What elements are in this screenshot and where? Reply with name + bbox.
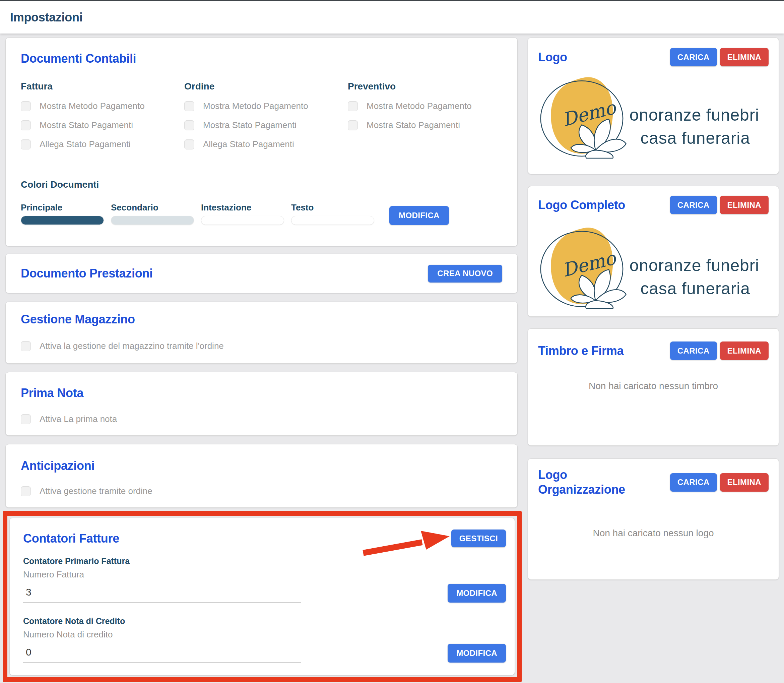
prima-nota-card: Prima Nota Attiva La prima nota [5, 372, 518, 436]
carica-logo-button[interactable]: CARICA [670, 48, 717, 66]
timbro-firma-title: Timbro e Firma [538, 343, 624, 358]
logo-card: Logo CARICA ELIMINA Demo onoranze funebr… [528, 37, 779, 174]
checkbox-label: Allega Stato Pagamenti [203, 139, 294, 149]
numero-fattura-label: Numero Fattura [23, 569, 506, 580]
contatori-fatture-card: Contatori Fatture GESTISCI Contatore Pri… [10, 518, 515, 675]
checkbox-row: Mostra Metodo Pagamento [184, 101, 348, 111]
color-pill-secondario [111, 216, 194, 225]
logo-completo-card-buttons: CARICA ELIMINA [670, 196, 769, 214]
elimina-logo-completo-button[interactable]: ELIMINA [720, 196, 769, 214]
checkbox-row: Attiva La prima nota [21, 414, 502, 424]
input-underline [23, 602, 301, 603]
modifica-nota-credito-button[interactable]: MODIFICA [448, 644, 506, 662]
prima-nota-title: Prima Nota [21, 386, 502, 401]
documento-prestazioni-title: Documento Prestazioni [21, 266, 153, 281]
checkbox-fattura-stato[interactable] [21, 120, 31, 130]
swatch-intestazione: Intestazione [201, 202, 284, 225]
timbro-card-buttons: CARICA ELIMINA [670, 342, 769, 360]
counter-row: 3 MODIFICA [23, 580, 506, 603]
counter-row: 0 MODIFICA [23, 640, 506, 662]
checkbox-preventivo-stato[interactable] [348, 120, 358, 130]
colori-documenti-heading: Colori Documenti [21, 179, 502, 190]
contatori-header: Contatori Fatture GESTISCI [23, 529, 506, 547]
column-ordine: Ordine Mostra Metodo Pagamento Mostra St… [184, 81, 348, 149]
numero-nota-credito-label: Numero Nota di credito [23, 629, 506, 640]
timbro-card-header: Timbro e Firma CARICA ELIMINA [538, 342, 769, 360]
swatch-label: Principale [21, 202, 104, 213]
logo-line1: onoranze funebri [630, 106, 759, 124]
elimina-logo-org-button[interactable]: ELIMINA [720, 473, 769, 492]
crea-nuovo-button[interactable]: CREA NUOVO [428, 265, 502, 282]
logo-org-empty-text: Non hai caricato nessun logo [538, 528, 769, 539]
swatch-principale: Principale [21, 202, 104, 225]
checkbox-ordine-stato[interactable] [184, 120, 194, 130]
swatch-testo: Testo [291, 202, 374, 225]
elimina-logo-button[interactable]: ELIMINA [720, 48, 769, 66]
anticipazioni-title: Anticipazioni [21, 459, 502, 473]
swatch-label: Intestazione [201, 202, 284, 213]
gestisci-button[interactable]: GESTISCI [451, 529, 506, 547]
elimina-timbro-button[interactable]: ELIMINA [720, 342, 769, 360]
checkbox-ordine-metodo[interactable] [184, 101, 194, 111]
page-title: Impostazioni [0, 1, 784, 34]
checkbox-fattura-allega[interactable] [21, 139, 31, 149]
checkbox-preventivo-metodo[interactable] [348, 101, 358, 111]
timbro-empty-text: Non hai caricato nessun timbro [538, 381, 769, 391]
gestione-magazzino-card: Gestione Magazzino Attiva la gestione de… [5, 301, 518, 364]
contatore-primario-group: Contatore Primario Fattura Numero Fattur… [23, 556, 506, 603]
contatore-primario-label: Contatore Primario Fattura [23, 556, 506, 566]
checkbox-row: Allega Stato Pagamenti [184, 139, 348, 149]
checkbox-row: Mostra Stato Pagamenti [184, 120, 348, 130]
contatore-nota-credito-group: Contatore Nota di Credito Numero Nota di… [23, 616, 506, 662]
checkbox-row: Attiva gestione tramite ordine [21, 486, 502, 496]
annotation-arrow-icon [358, 527, 452, 558]
checkbox-row: Mostra Metodo Pagamento [348, 101, 511, 111]
logo-completo-card: Logo Completo CARICA ELIMINA Demo onoran… [528, 186, 779, 317]
checkbox-label: Attiva La prima nota [40, 414, 117, 424]
numero-nota-credito-value: 0 [23, 646, 301, 658]
logo-line2: casa funeraria [640, 129, 750, 148]
modifica-numero-fattura-button[interactable]: MODIFICA [448, 584, 506, 603]
checkbox-label: Attiva gestione tramite ordine [40, 486, 152, 496]
checkbox-anticipazioni[interactable] [21, 486, 31, 496]
checkbox-gestione-magazzino[interactable] [21, 341, 31, 351]
numero-nota-credito-input[interactable]: 0 [23, 640, 301, 662]
checkbox-fattura-metodo[interactable] [21, 101, 31, 111]
checkbox-row: Mostra Stato Pagamenti [348, 120, 511, 130]
logo-line1: onoranze funebri [630, 256, 759, 275]
carica-logo-org-button[interactable]: CARICA [670, 473, 717, 492]
logo-completo-card-header: Logo Completo CARICA ELIMINA [538, 196, 769, 214]
color-pill-principale [21, 216, 104, 225]
color-swatches-row: Principale Secondario Intestazione Testo… [21, 202, 502, 225]
logo-title: Logo [538, 50, 567, 65]
numero-fattura-input[interactable]: 3 [23, 580, 301, 603]
swatch-secondario: Secondario [111, 202, 194, 225]
input-underline [23, 662, 301, 662]
checkbox-label: Mostra Stato Pagamenti [203, 120, 296, 130]
documento-prestazioni-card: Documento Prestazioni CREA NUOVO [5, 254, 518, 293]
logo-card-buttons: CARICA ELIMINA [670, 48, 769, 66]
checkbox-label: Mostra Metodo Pagamento [40, 101, 145, 111]
color-pill-testo [291, 216, 374, 225]
checkbox-row: Allega Stato Pagamenti [21, 139, 184, 149]
checkbox-ordine-allega[interactable] [184, 139, 194, 149]
logo-organizzazione-card: Logo Organizzazione CARICA ELIMINA Non h… [528, 459, 779, 580]
column-fattura-heading: Fattura [21, 81, 184, 92]
carica-logo-completo-button[interactable]: CARICA [670, 196, 717, 214]
column-preventivo: Preventivo Mostra Metodo Pagamento Mostr… [348, 81, 511, 149]
swatch-label: Testo [291, 202, 374, 213]
app-header: Impostazioni [0, 1, 784, 34]
logo-org-card-buttons: CARICA ELIMINA [670, 473, 769, 492]
checkbox-prima-nota[interactable] [21, 414, 31, 424]
carica-timbro-button[interactable]: CARICA [670, 342, 717, 360]
checkbox-row: Mostra Metodo Pagamento [21, 101, 184, 111]
checkbox-label: Mostra Metodo Pagamento [366, 101, 472, 111]
checkbox-label: Mostra Stato Pagamenti [366, 120, 460, 130]
logo-image: Demo onoranze funebri casa funeraria [538, 72, 771, 159]
logo-org-card-header: Logo Organizzazione CARICA ELIMINA [538, 468, 769, 497]
modifica-colori-button[interactable]: MODIFICA [389, 206, 449, 225]
checkbox-row: Mostra Stato Pagamenti [21, 120, 184, 130]
column-fattura: Fattura Mostra Metodo Pagamento Mostra S… [21, 81, 184, 149]
gestione-magazzino-title: Gestione Magazzino [21, 312, 502, 327]
color-pill-intestazione [201, 216, 284, 225]
